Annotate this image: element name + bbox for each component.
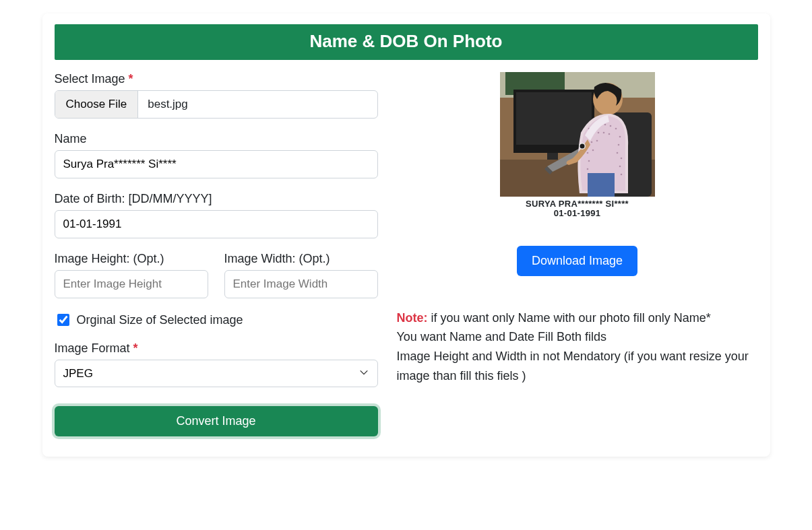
required-asterisk: * bbox=[133, 341, 138, 355]
svg-point-25 bbox=[590, 141, 592, 143]
caption-name: SURYA PRA******* SI**** bbox=[397, 199, 758, 209]
svg-point-30 bbox=[616, 152, 618, 154]
svg-point-32 bbox=[588, 160, 590, 162]
svg-point-17 bbox=[615, 128, 617, 130]
name-input[interactable] bbox=[55, 150, 378, 178]
svg-point-22 bbox=[608, 133, 610, 135]
note-text: Note: if you want only Name with our pho… bbox=[397, 308, 758, 386]
selected-file-name: best.jpg bbox=[138, 91, 377, 118]
svg-point-23 bbox=[619, 136, 621, 138]
dob-input[interactable] bbox=[55, 210, 378, 238]
choose-file-button[interactable]: Choose File bbox=[55, 91, 139, 118]
svg-point-20 bbox=[597, 132, 599, 134]
format-label: Image Format * bbox=[55, 341, 378, 356]
dob-label: Date of Birth: [DD/MM/YYYY] bbox=[55, 192, 378, 206]
select-image-label: Select Image * bbox=[55, 72, 378, 86]
height-input[interactable] bbox=[55, 270, 208, 298]
svg-point-28 bbox=[586, 152, 588, 154]
file-picker[interactable]: Choose File best.jpg bbox=[55, 90, 378, 119]
width-label: Image Width: (Opt.) bbox=[224, 252, 378, 266]
original-size-label: Orginal Size of Selected image bbox=[77, 313, 243, 327]
preview-caption: SURYA PRA******* SI**** 01-01-1991 bbox=[397, 199, 758, 219]
page-title: Name & DOB On Photo bbox=[55, 24, 758, 60]
svg-point-21 bbox=[602, 132, 604, 134]
preview-column: SURYA PRA******* SI**** 01-01-1991 Downl… bbox=[397, 72, 758, 436]
height-label: Image Height: (Opt.) bbox=[55, 252, 208, 266]
svg-point-33 bbox=[619, 166, 621, 168]
note-label: Note: bbox=[397, 311, 428, 325]
svg-point-26 bbox=[596, 140, 598, 142]
preview-image bbox=[500, 72, 655, 197]
form-card: Name & DOB On Photo Select Image * Choos… bbox=[42, 13, 770, 457]
svg-point-38 bbox=[580, 144, 584, 149]
note-line3: Image Height and Width in not Mendatory … bbox=[397, 350, 749, 383]
svg-rect-36 bbox=[588, 173, 615, 197]
svg-point-29 bbox=[592, 150, 594, 152]
svg-point-34 bbox=[586, 168, 588, 170]
svg-point-35 bbox=[620, 174, 622, 176]
caption-date: 01-01-1991 bbox=[397, 209, 758, 218]
format-select[interactable]: JPEG bbox=[55, 360, 378, 387]
form-column: Select Image * Choose File best.jpg Name… bbox=[55, 72, 378, 436]
svg-point-16 bbox=[609, 125, 611, 127]
note-line1: if you want only Name with our photo fil… bbox=[431, 311, 711, 325]
required-asterisk: * bbox=[129, 72, 133, 86]
svg-point-27 bbox=[617, 144, 619, 146]
convert-button[interactable]: Convert Image bbox=[55, 406, 378, 436]
name-label: Name bbox=[55, 132, 378, 146]
width-input[interactable] bbox=[224, 270, 378, 298]
svg-point-15 bbox=[604, 124, 606, 126]
download-button[interactable]: Download Image bbox=[517, 246, 637, 276]
original-size-checkbox[interactable] bbox=[57, 314, 69, 326]
svg-point-31 bbox=[620, 158, 622, 160]
note-line2: You want Name and Date Fill Both filds bbox=[397, 330, 607, 343]
